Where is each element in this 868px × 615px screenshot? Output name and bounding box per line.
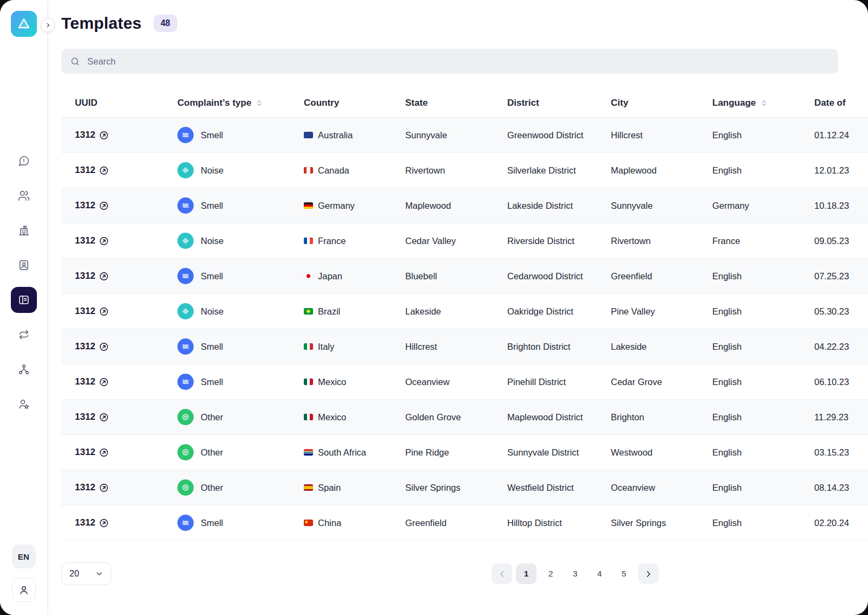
table-row[interactable]: 1312 Other Spain Silver Springs Westfiel…	[61, 470, 868, 505]
uuid-value: 1312	[75, 482, 95, 493]
sidebar-bottom: EN	[12, 544, 36, 602]
waves-icon	[177, 127, 194, 143]
pagination-page-2[interactable]: 2	[540, 563, 561, 584]
sidebar-item-building[interactable]	[11, 217, 37, 244]
uuid-value: 1312	[75, 376, 95, 387]
state-cell: Oceanview	[405, 377, 507, 387]
country-cell: South Africa	[304, 447, 405, 458]
column-label: State	[405, 98, 428, 108]
complaint-type-cell: Other	[177, 409, 304, 425]
sort-icon[interactable]	[760, 99, 768, 107]
sound-icon	[177, 303, 194, 319]
country-label: Brazil	[318, 306, 340, 317]
country-flag-icon	[304, 202, 313, 209]
sort-icon[interactable]	[256, 99, 263, 107]
table-row[interactable]: 1312 Smell Italy Hillcrest Brighton Dist…	[61, 329, 868, 364]
waves-icon	[177, 197, 194, 214]
external-link-icon[interactable]	[99, 201, 108, 210]
table-row[interactable]: 1312 Smell Australia Sunnyvale Greenwood…	[61, 118, 868, 153]
external-link-icon[interactable]	[99, 236, 108, 246]
table-row[interactable]: 1312 Smell Germany Maplewood Lakeside Di…	[61, 188, 868, 223]
sidebar-item-swap[interactable]	[11, 322, 37, 348]
date-cell: 03.15.23	[814, 447, 868, 458]
city-cell: Rivertown	[611, 236, 712, 246]
users-icon	[18, 190, 30, 202]
uuid-cell: 1312	[75, 447, 177, 458]
district-cell: Hilltop District	[507, 518, 611, 528]
sidebar-collapse-button[interactable]	[41, 18, 55, 32]
table-row[interactable]: 1312 Noise Brazil Lakeside Oakridge Dist…	[61, 294, 868, 329]
table-row[interactable]: 1312 Noise France Cedar Valley Riverside…	[61, 223, 868, 259]
uuid-value: 1312	[75, 235, 95, 246]
user-star-icon	[18, 398, 30, 410]
search-input[interactable]	[86, 56, 829, 67]
sidebar-item-templates[interactable]	[11, 287, 37, 313]
pagination-page-4[interactable]: 4	[589, 563, 610, 584]
page-size-select[interactable]: 20	[61, 562, 111, 585]
country-cell: Mexico	[304, 377, 405, 387]
pagination-next-button[interactable]	[638, 563, 659, 584]
country-cell: Italy	[304, 342, 405, 352]
external-link-icon[interactable]	[99, 166, 108, 175]
sidebar-item-id-badge[interactable]	[11, 252, 37, 278]
external-link-icon[interactable]	[99, 448, 108, 457]
external-link-icon[interactable]	[99, 342, 108, 351]
external-link-icon[interactable]	[99, 413, 108, 422]
column-header[interactable]: Complaint’s type	[177, 98, 304, 108]
uuid-cell: 1312	[75, 517, 177, 528]
complaint-type-cell: Smell	[177, 197, 304, 214]
swap-icon	[18, 329, 30, 341]
country-flag-icon	[304, 414, 313, 420]
external-link-icon[interactable]	[99, 483, 108, 492]
profile-button[interactable]	[12, 578, 36, 602]
table-row[interactable]: 1312 Smell Mexico Oceanview Pinehill Dis…	[61, 364, 868, 400]
table-row[interactable]: 1312 Smell China Greenfield Hilltop Dist…	[61, 505, 868, 541]
building-icon	[18, 225, 30, 236]
city-cell: Lakeside	[611, 342, 712, 352]
column-header[interactable]: Language	[712, 98, 814, 108]
pagination-prev-button[interactable]	[492, 563, 512, 584]
pagination-page-3[interactable]: 3	[565, 563, 585, 584]
date-cell: 07.25.23	[814, 271, 868, 281]
table-row[interactable]: 1312 Other South Africa Pine Ridge Sunny…	[61, 435, 868, 470]
complaint-type-label: Smell	[201, 518, 223, 528]
table-row[interactable]: 1312 Other Mexico Golden Grove Maplewood…	[61, 400, 868, 435]
city-cell: Maplewood	[611, 165, 712, 176]
table-row[interactable]: 1312 Noise Canada Rivertown Silverlake D…	[61, 153, 868, 188]
state-cell: Golden Grove	[405, 412, 507, 422]
templates-icon	[18, 294, 30, 306]
complaint-type-cell: Smell	[177, 338, 304, 355]
column-label: Date of	[814, 98, 846, 108]
table-row[interactable]: 1312 Smell Japan Bluebell Cedarwood Dist…	[61, 259, 868, 294]
complaint-type-cell: Noise	[177, 162, 304, 178]
pagination-page-5[interactable]: 5	[614, 563, 634, 584]
pagination-page-1[interactable]: 1	[516, 563, 537, 584]
country-label: Japan	[318, 271, 342, 281]
language-cell: France	[712, 236, 814, 246]
city-cell: Sunnyvale	[611, 201, 712, 211]
sidebar-item-chat-alert[interactable]	[11, 148, 37, 174]
pager: 12345	[492, 563, 659, 584]
external-link-icon[interactable]	[99, 272, 108, 281]
complaint-type-label: Noise	[201, 306, 224, 317]
uuid-value: 1312	[75, 130, 95, 140]
uuid-value: 1312	[75, 165, 95, 176]
state-cell: Silver Springs	[405, 483, 507, 493]
column-header: City	[611, 98, 712, 108]
sidebar-nav	[11, 148, 37, 417]
district-cell: Silverlake District	[507, 165, 611, 176]
district-cell: Lakeside District	[507, 201, 611, 211]
external-link-icon[interactable]	[99, 377, 108, 387]
city-cell: Silver Springs	[611, 518, 712, 528]
sidebar-item-user-star[interactable]	[11, 391, 37, 417]
external-link-icon[interactable]	[99, 307, 108, 316]
sidebar-item-hierarchy[interactable]	[11, 356, 37, 382]
external-link-icon[interactable]	[99, 518, 108, 528]
external-link-icon[interactable]	[99, 131, 108, 140]
sidebar-item-users[interactable]	[11, 183, 37, 209]
complaint-type-cell: Smell	[177, 374, 304, 390]
language-button[interactable]: EN	[12, 544, 36, 568]
complaint-type-cell: Smell	[177, 515, 304, 531]
uuid-value: 1312	[75, 447, 95, 458]
complaint-type-cell: Noise	[177, 233, 304, 249]
